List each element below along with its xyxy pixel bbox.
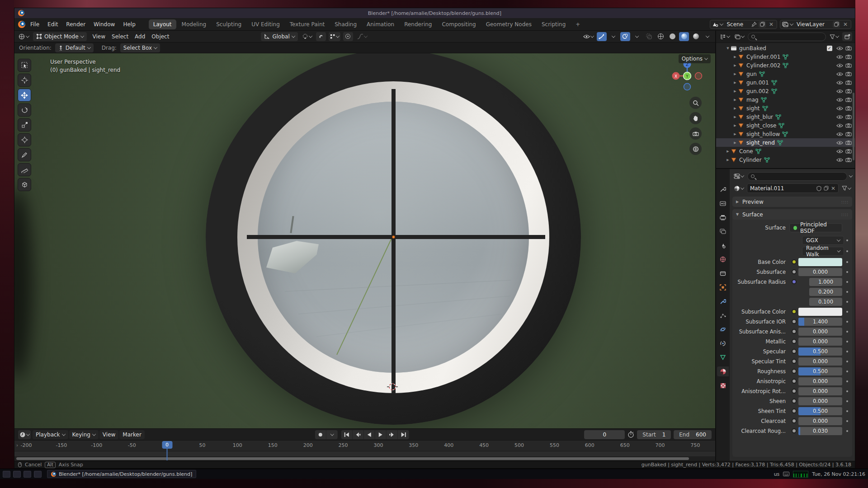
unlink-material-button[interactable]: ✕	[831, 185, 835, 192]
menu-item[interactable]: Edit	[43, 20, 62, 29]
keyframe-dot[interactable]	[846, 281, 848, 283]
node-socket-icon[interactable]	[792, 349, 797, 354]
viewport-menu-item[interactable]: Object	[148, 33, 172, 41]
timeline-menu-item[interactable]: Marker	[119, 430, 144, 439]
menu-item[interactable]: File	[26, 20, 43, 29]
color-swatch[interactable]	[798, 258, 842, 266]
workspace-tab[interactable]: Modeling	[177, 19, 211, 29]
snap-target-dropdown[interactable]	[329, 32, 340, 41]
next-keyframe-button[interactable]	[387, 430, 398, 439]
shading-rendered-button[interactable]	[691, 32, 701, 41]
playhead[interactable]: 0	[162, 441, 172, 448]
menu-item[interactable]: Help	[119, 20, 139, 29]
node-socket-icon[interactable]	[792, 339, 797, 344]
keyframe-dot[interactable]	[846, 380, 848, 382]
outliner-row[interactable]: ▶ Cylinder.002	[716, 61, 855, 70]
keyframe-dot[interactable]	[846, 400, 848, 402]
outliner-editor-type-button[interactable]	[719, 32, 731, 41]
value-slider[interactable]: 0.000	[798, 268, 842, 276]
timeline-editor-type-button[interactable]	[18, 430, 31, 439]
shading-dropdown[interactable]	[703, 32, 712, 41]
window-titlebar[interactable]: Blender* [/home/amalie/Desktop/blender/g…	[14, 8, 855, 18]
current-frame-field[interactable]: 0	[584, 430, 625, 439]
timeline-track-area[interactable]	[14, 451, 715, 456]
auto-keying-button[interactable]	[315, 430, 326, 439]
expand-arrow[interactable]: ▶	[732, 81, 738, 84]
value-slider[interactable]: 0.000	[798, 397, 842, 405]
color-swatch[interactable]	[798, 308, 842, 316]
viewport-menu-item[interactable]: Add	[132, 33, 148, 41]
outliner-row[interactable]: ▶ gun	[716, 70, 855, 78]
taskbar-launcher-icon[interactable]	[34, 471, 42, 478]
properties-tab-output[interactable]	[717, 212, 729, 222]
keyframe-dot[interactable]	[846, 291, 848, 293]
material-name-field[interactable]: Material.011 ✕	[747, 183, 839, 193]
outliner-row[interactable]: ▶ sight_rend	[716, 138, 855, 147]
node-socket-icon[interactable]	[792, 408, 797, 413]
value-slider[interactable]: 1.400	[798, 318, 842, 326]
keyframe-dot[interactable]	[846, 341, 848, 343]
outliner-filter-button[interactable]	[828, 32, 840, 41]
surface-shader-button[interactable]: Principled BSDF	[789, 223, 842, 232]
timeline-menu-item[interactable]: Keying	[69, 430, 99, 439]
copy-icon[interactable]	[824, 186, 829, 191]
keying-set-dropdown[interactable]	[326, 430, 338, 439]
node-socket-icon[interactable]	[792, 309, 797, 314]
panel-drag-grip[interactable]: ::::	[841, 212, 849, 217]
outliner-row[interactable]: ▶ sight_hollow	[716, 130, 855, 138]
value-slider[interactable]: 0.500	[798, 347, 842, 356]
hide-eye-toggle[interactable]	[835, 123, 844, 128]
hide-eye-toggle[interactable]	[835, 158, 844, 162]
keyframe-dot[interactable]	[846, 390, 848, 392]
pin-icon[interactable]	[751, 22, 757, 27]
workspace-tab[interactable]: Scripting	[537, 19, 570, 29]
properties-tab-world[interactable]	[717, 254, 729, 264]
measure-tool[interactable]	[18, 163, 31, 176]
overlays-toggle[interactable]	[620, 32, 630, 41]
rotate-tool[interactable]	[18, 103, 31, 117]
value-slider[interactable]: 1.000	[809, 278, 842, 286]
properties-tab-physics[interactable]	[717, 324, 729, 334]
new-scene-button[interactable]	[759, 21, 766, 28]
hide-eye-toggle[interactable]	[835, 89, 844, 94]
properties-tab-render[interactable]	[717, 198, 729, 208]
expand-arrow[interactable]: ▶	[732, 98, 738, 102]
workspace-tab[interactable]: Rendering	[400, 19, 436, 29]
expand-arrow[interactable]: ▶	[732, 141, 738, 145]
properties-tab-data[interactable]	[717, 352, 729, 362]
unlink-scene-button[interactable]: ✕	[768, 21, 775, 28]
chevron-down-icon[interactable]	[849, 174, 853, 177]
menu-item[interactable]: Render	[62, 20, 90, 29]
taskbar-launcher-icon[interactable]	[3, 471, 10, 478]
pan-hand-button[interactable]	[689, 112, 702, 124]
value-slider[interactable]: 0.000	[798, 357, 842, 366]
node-socket-icon[interactable]	[792, 259, 797, 264]
panel-drag-grip[interactable]: ::::	[841, 200, 849, 204]
drag-dropdown[interactable]: Select Box	[120, 43, 160, 52]
hide-eye-toggle[interactable]	[835, 98, 844, 102]
new-view-layer-button[interactable]	[833, 21, 840, 28]
value-slider[interactable]: 0.000	[798, 377, 842, 385]
workspace-tab[interactable]: UV Editing	[247, 19, 284, 29]
shading-wireframe-button[interactable]	[656, 32, 665, 41]
scrollbar-thumb[interactable]	[16, 457, 689, 460]
node-socket-icon[interactable]	[792, 428, 797, 433]
options-button[interactable]: Options	[679, 54, 711, 63]
hide-eye-toggle[interactable]	[835, 141, 844, 145]
taskbar-launcher-icon[interactable]	[24, 471, 31, 478]
value-slider[interactable]: 0.500	[798, 407, 842, 415]
hide-eye-toggle[interactable]	[835, 55, 844, 59]
menu-item[interactable]: Window	[90, 20, 119, 29]
outliner-display-mode-dropdown[interactable]	[733, 32, 745, 41]
workspace-tab[interactable]: Compositing	[437, 19, 480, 29]
mode-dropdown[interactable]: Object Mode	[33, 32, 87, 41]
viewport-canvas[interactable]: User Perspective (0) gunBaked | sight_re…	[14, 53, 715, 428]
node-socket-icon[interactable]	[792, 379, 797, 384]
expand-arrow[interactable]: ▶	[732, 107, 738, 110]
disable-render-toggle[interactable]	[844, 97, 853, 102]
keyframe-dot[interactable]	[846, 371, 848, 372]
keyframe-dot[interactable]	[846, 430, 848, 432]
hide-eye-toggle[interactable]	[835, 132, 844, 136]
node-socket-icon[interactable]	[792, 359, 797, 364]
outliner-row[interactable]: ▶ sight_close	[716, 121, 855, 130]
